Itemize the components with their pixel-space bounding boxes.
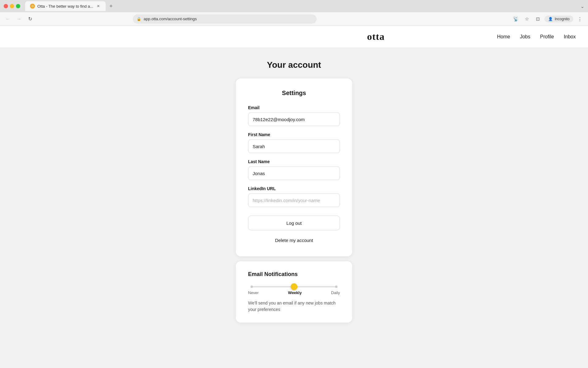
back-button[interactable]: ← bbox=[4, 15, 12, 23]
slider-labels: Never Weekly Daily bbox=[248, 290, 340, 295]
slider-dot-daily bbox=[335, 286, 337, 288]
first-name-group: First Name bbox=[248, 132, 340, 153]
logout-button[interactable]: Log out bbox=[248, 216, 340, 230]
traffic-lights bbox=[4, 4, 20, 8]
first-name-field[interactable] bbox=[248, 140, 340, 153]
logo-text: otta bbox=[367, 31, 385, 42]
last-name-field[interactable] bbox=[248, 167, 340, 180]
slider-dot-never bbox=[251, 286, 253, 288]
slider-track bbox=[251, 286, 337, 287]
last-name-group: Last Name bbox=[248, 159, 340, 180]
tab-search-icon[interactable]: ⊡ bbox=[533, 15, 542, 23]
linkedin-group: LinkedIn URL bbox=[248, 186, 340, 207]
maximize-window-button[interactable] bbox=[16, 4, 20, 8]
url-display: app.otta.com/account-settings bbox=[144, 17, 197, 21]
notifications-description: We'll send you an email if any new jobs … bbox=[248, 300, 340, 313]
nav-inbox[interactable]: Inbox bbox=[564, 34, 576, 40]
tab-title: Otta - The better way to find a... bbox=[37, 4, 93, 9]
incognito-button[interactable]: 👤 Incognito bbox=[545, 16, 573, 22]
page-wrapper: otta Home Jobs Profile Inbox Your accoun… bbox=[0, 26, 588, 368]
nav-home[interactable]: Home bbox=[497, 34, 510, 40]
browser-titlebar: O Otta - The better way to find a... ✕ +… bbox=[0, 0, 588, 12]
bookmark-icon[interactable]: ☆ bbox=[522, 15, 531, 23]
browser-toolbar: ← → ↻ 🔒 app.otta.com/account-settings 📡 … bbox=[0, 12, 588, 26]
lock-icon: 🔒 bbox=[137, 17, 141, 21]
address-bar[interactable]: 🔒 app.otta.com/account-settings bbox=[133, 14, 317, 24]
reload-button[interactable]: ↻ bbox=[26, 15, 34, 23]
nav-links: Home Jobs Profile Inbox bbox=[497, 34, 576, 40]
close-window-button[interactable] bbox=[4, 4, 8, 8]
forward-button[interactable]: → bbox=[15, 15, 23, 23]
incognito-avatar-icon: 👤 bbox=[548, 17, 553, 21]
new-tab-button[interactable]: + bbox=[107, 2, 115, 10]
incognito-label: Incognito bbox=[555, 17, 570, 21]
site-navigation: otta Home Jobs Profile Inbox bbox=[0, 26, 588, 48]
slider-label-never: Never bbox=[248, 290, 259, 295]
slider-thumb[interactable] bbox=[291, 283, 297, 290]
settings-card: Settings Email First Name Last Name Link… bbox=[236, 79, 352, 256]
linkedin-field[interactable] bbox=[248, 194, 340, 207]
linkedin-label: LinkedIn URL bbox=[248, 186, 340, 191]
email-group: Email bbox=[248, 105, 340, 126]
settings-card-title: Settings bbox=[248, 90, 340, 97]
email-field[interactable] bbox=[248, 113, 340, 126]
tab-close-button[interactable]: ✕ bbox=[96, 4, 101, 9]
nav-jobs[interactable]: Jobs bbox=[520, 34, 530, 40]
delete-account-button[interactable]: Delete my account bbox=[248, 235, 340, 245]
slider-label-daily: Daily bbox=[331, 290, 340, 295]
tab-favicon: O bbox=[30, 4, 35, 9]
last-name-label: Last Name bbox=[248, 159, 340, 164]
active-tab[interactable]: O Otta - The better way to find a... ✕ bbox=[25, 1, 106, 11]
minimize-window-button[interactable] bbox=[10, 4, 14, 8]
first-name-label: First Name bbox=[248, 132, 340, 137]
toolbar-right: 📡 ☆ ⊡ 👤 Incognito ⋮ bbox=[511, 15, 584, 23]
more-options-button[interactable]: ⋮ bbox=[576, 15, 584, 23]
cast-icon[interactable]: 📡 bbox=[511, 15, 520, 23]
email-label: Email bbox=[248, 105, 340, 110]
page-title: Your account bbox=[267, 60, 321, 70]
main-content: Your account Settings Email First Name L… bbox=[0, 48, 588, 335]
browser-chrome: O Otta - The better way to find a... ✕ +… bbox=[0, 0, 588, 26]
tab-dropdown-button[interactable]: ⌄ bbox=[580, 3, 584, 9]
nav-profile[interactable]: Profile bbox=[540, 34, 554, 40]
slider-label-weekly: Weekly bbox=[288, 290, 302, 295]
notifications-title: Email Notifications bbox=[248, 271, 340, 278]
tab-bar: O Otta - The better way to find a... ✕ + bbox=[25, 1, 578, 11]
notifications-card: Email Notifications Never Weekly Daily W bbox=[236, 261, 352, 323]
site-logo[interactable]: otta bbox=[255, 31, 497, 42]
frequency-slider-container: Never Weekly Daily bbox=[248, 286, 340, 295]
